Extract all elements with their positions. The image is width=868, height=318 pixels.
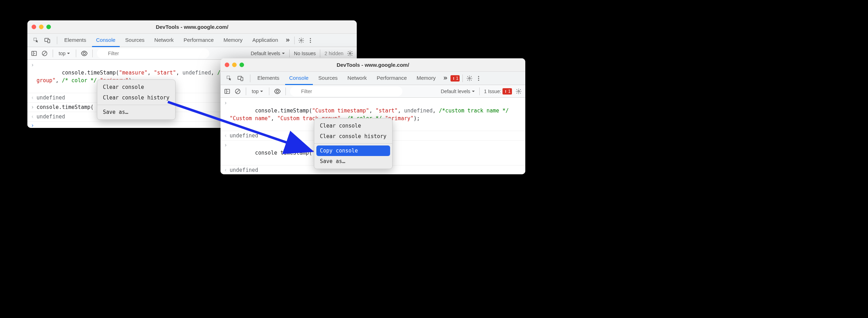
execution-context-select[interactable]: top bbox=[250, 89, 265, 94]
tab-console[interactable]: Console bbox=[285, 72, 313, 85]
device-toolbar-icon[interactable] bbox=[237, 74, 244, 82]
log-levels-select[interactable]: Default levels bbox=[441, 89, 475, 94]
minimize-window-button[interactable] bbox=[39, 25, 44, 29]
tab-network[interactable]: Network bbox=[343, 72, 371, 85]
live-expression-icon[interactable] bbox=[80, 50, 88, 57]
menu-separator bbox=[314, 143, 392, 144]
tab-sources[interactable]: Sources bbox=[121, 34, 149, 47]
svg-point-3 bbox=[301, 39, 302, 41]
zoom-window-button[interactable] bbox=[239, 63, 244, 67]
divider bbox=[289, 50, 290, 57]
menu-save-as[interactable]: Save as… bbox=[314, 156, 392, 167]
menu-clear-console[interactable]: Clear console bbox=[314, 121, 392, 131]
svg-point-5 bbox=[310, 40, 311, 41]
chevron-down-icon bbox=[282, 52, 285, 55]
code-undefined: undefined bbox=[404, 108, 433, 114]
console-context-menu: Clear console Clear console history Copy… bbox=[314, 118, 393, 169]
code-text: console.timeStamp( bbox=[62, 70, 119, 76]
output-marker-icon: ‹ bbox=[31, 94, 37, 102]
code-comment: /* color */ bbox=[62, 77, 97, 84]
titlebar[interactable]: DevTools - www.google.com/ bbox=[27, 20, 357, 34]
divider bbox=[57, 37, 57, 44]
svg-point-11 bbox=[83, 52, 86, 54]
toggle-sidebar-icon[interactable] bbox=[223, 87, 231, 95]
context-label: top bbox=[59, 51, 65, 56]
issues-label[interactable]: 1 Issue: 1 bbox=[484, 88, 512, 95]
menu-clear-console-history[interactable]: Clear console history bbox=[97, 92, 175, 103]
close-window-button[interactable] bbox=[32, 25, 36, 29]
svg-point-4 bbox=[310, 38, 311, 39]
svg-rect-29 bbox=[505, 92, 506, 93]
tab-elements[interactable]: Elements bbox=[253, 72, 284, 85]
tab-elements[interactable]: Elements bbox=[60, 34, 91, 47]
code-undefined: undefined bbox=[37, 113, 65, 121]
tab-performance[interactable]: Performance bbox=[373, 72, 411, 85]
filter-input[interactable] bbox=[97, 48, 209, 58]
svg-point-30 bbox=[518, 90, 520, 92]
device-toolbar-icon[interactable] bbox=[44, 37, 51, 44]
filter-input[interactable] bbox=[290, 86, 402, 96]
tab-network[interactable]: Network bbox=[150, 34, 178, 47]
clear-console-icon[interactable] bbox=[234, 87, 242, 95]
chevron-down-icon bbox=[260, 90, 263, 93]
traffic-lights bbox=[225, 63, 244, 67]
more-menu-icon[interactable] bbox=[307, 37, 314, 44]
more-tabs-icon[interactable] bbox=[284, 37, 291, 44]
divider bbox=[479, 87, 480, 95]
svg-point-27 bbox=[276, 90, 279, 92]
console-body[interactable]: › console.timeStamp("Custom timestamp", … bbox=[221, 98, 525, 174]
issues-label[interactable]: No Issues bbox=[294, 51, 316, 56]
titlebar[interactable]: DevTools - www.google.com/ bbox=[221, 58, 525, 72]
svg-rect-23 bbox=[225, 89, 230, 93]
toggle-sidebar-icon[interactable] bbox=[30, 50, 38, 57]
svg-point-6 bbox=[310, 41, 311, 43]
code-comment: /*custom track name */ bbox=[439, 108, 509, 114]
live-expression-icon[interactable] bbox=[274, 87, 281, 95]
settings-gear-icon[interactable] bbox=[466, 74, 473, 82]
main-tab-bar: Elements Console Sources Network Perform… bbox=[27, 34, 357, 47]
error-badge-count: 1 bbox=[456, 76, 459, 81]
code-text: console timeStamp( bbox=[255, 150, 312, 156]
devtools-window-2: DevTools - www.google.com/ Elements Cons… bbox=[221, 58, 525, 174]
svg-line-26 bbox=[236, 90, 239, 93]
svg-rect-7 bbox=[32, 51, 37, 56]
menu-clear-console[interactable]: Clear console bbox=[97, 82, 175, 92]
console-settings-gear-icon[interactable] bbox=[515, 87, 522, 95]
output-marker-icon: ‹ bbox=[31, 113, 37, 121]
svg-point-21 bbox=[478, 78, 479, 79]
code-text: console.timeStamp( bbox=[255, 108, 312, 114]
tab-memory[interactable]: Memory bbox=[219, 34, 247, 47]
execution-context-select[interactable]: top bbox=[57, 51, 72, 56]
svg-point-22 bbox=[478, 79, 479, 80]
svg-line-10 bbox=[43, 52, 46, 55]
settings-gear-icon[interactable] bbox=[297, 37, 305, 44]
more-tabs-icon[interactable] bbox=[441, 74, 449, 82]
clear-console-icon[interactable] bbox=[41, 50, 48, 57]
divider bbox=[53, 50, 53, 57]
svg-point-19 bbox=[469, 77, 471, 79]
menu-copy-console[interactable]: Copy console bbox=[316, 145, 390, 156]
tab-sources[interactable]: Sources bbox=[314, 72, 342, 85]
minimize-window-button[interactable] bbox=[232, 63, 237, 67]
tab-console[interactable]: Console bbox=[92, 34, 120, 47]
code-undefined: undefined bbox=[230, 132, 258, 139]
more-menu-icon[interactable] bbox=[475, 74, 482, 82]
svg-rect-2 bbox=[48, 39, 50, 43]
code-undefined: undefined bbox=[230, 166, 258, 174]
console-settings-gear-icon[interactable] bbox=[346, 50, 354, 57]
zoom-window-button[interactable] bbox=[46, 25, 51, 29]
menu-save-as[interactable]: Save as… bbox=[97, 107, 175, 117]
tab-memory[interactable]: Memory bbox=[413, 72, 440, 85]
tab-application[interactable]: Application bbox=[248, 34, 282, 47]
inspect-element-icon[interactable] bbox=[32, 37, 40, 44]
log-levels-select[interactable]: Default levels bbox=[251, 51, 285, 56]
error-badge[interactable]: 1 bbox=[451, 75, 460, 82]
inspect-element-icon[interactable] bbox=[225, 74, 233, 82]
svg-point-20 bbox=[478, 76, 479, 77]
traffic-lights bbox=[32, 25, 51, 29]
tab-performance[interactable]: Performance bbox=[179, 34, 218, 47]
menu-clear-console-history[interactable]: Clear console history bbox=[314, 131, 392, 142]
svg-point-12 bbox=[349, 52, 351, 54]
hidden-count[interactable]: 2 hidden bbox=[324, 51, 343, 56]
close-window-button[interactable] bbox=[225, 63, 229, 67]
